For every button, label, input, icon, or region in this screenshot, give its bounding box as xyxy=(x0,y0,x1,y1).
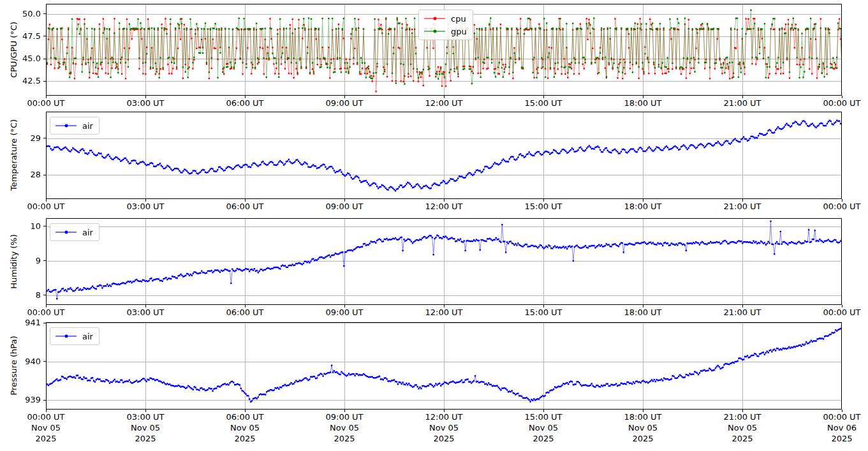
x-tick-date-label: Nov 05 xyxy=(214,424,276,433)
figure: CPU/GPU (°C) Temperature (°C) Humidity (… xyxy=(0,0,868,451)
x-tick-date-label: Nov 05 xyxy=(314,424,375,433)
x-tick-label: 00:00 UT xyxy=(811,99,868,108)
x-tick-label: 12:00 UT xyxy=(413,308,474,317)
legend-label-gpu: gpu xyxy=(451,27,467,36)
x-tick-date-label: Nov 05 xyxy=(15,424,77,433)
legend-item-air-pressure: air xyxy=(55,330,93,343)
legend-item-air-temperature: air xyxy=(55,119,93,132)
x-tick-label: 00:00 UT xyxy=(15,99,77,108)
pressure-chart-canvas xyxy=(46,322,842,410)
x-tick-label: 15:00 UT xyxy=(513,413,574,422)
cpu-line-sample-icon xyxy=(424,18,445,19)
x-tick-label: 15:00 UT xyxy=(513,99,574,108)
y-tick-mark xyxy=(43,13,46,14)
legend-label-cpu: cpu xyxy=(451,14,466,24)
air-line-sample-icon xyxy=(55,336,77,337)
x-tick-label: 18:00 UT xyxy=(612,202,673,211)
legend-label-air: air xyxy=(82,228,93,237)
x-tick-date-label: Nov 05 xyxy=(513,424,574,433)
x-tick-date-label: Nov 06 xyxy=(811,424,868,433)
legend-temperature: air xyxy=(50,117,99,135)
y-tick-mark xyxy=(43,81,46,82)
legend-item-air-humidity: air xyxy=(55,226,93,239)
legend-label-air: air xyxy=(82,332,93,341)
air-line-sample-icon xyxy=(55,232,77,233)
legend-humidity: air xyxy=(50,223,99,241)
y-tick-label: 9 xyxy=(11,256,41,265)
humidity-chart-canvas xyxy=(46,218,842,305)
x-tick-date-label: Nov 05 xyxy=(413,424,474,433)
y-tick-mark xyxy=(43,59,46,59)
x-tick-label: 21:00 UT xyxy=(712,99,773,108)
legend-cpu-gpu: cpu gpu xyxy=(418,10,473,40)
x-tick-label: 00:00 UT xyxy=(811,308,868,317)
temperature-chart-canvas xyxy=(46,112,842,199)
x-tick-label: 03:00 UT xyxy=(115,413,176,422)
x-tick-label: 15:00 UT xyxy=(513,202,574,211)
y-tick-mark xyxy=(43,400,46,401)
x-tick-year-label: 2025 xyxy=(15,434,77,443)
x-tick-label: 21:00 UT xyxy=(712,202,773,211)
x-tick-label: 00:00 UT xyxy=(811,413,868,422)
y-tick-label: 29 xyxy=(11,134,41,143)
x-tick-year-label: 2025 xyxy=(115,434,176,443)
y-tick-mark xyxy=(43,138,46,138)
humidity-plot xyxy=(46,218,842,305)
x-tick-label: 06:00 UT xyxy=(214,202,276,211)
y-tick-mark xyxy=(43,295,46,295)
y-tick-mark xyxy=(43,361,46,362)
pressure-plot xyxy=(46,322,842,410)
y-tick-label: 50.0 xyxy=(11,10,41,18)
y-tick-label: 941 xyxy=(11,318,41,327)
x-tick-label: 00:00 UT xyxy=(15,413,77,422)
x-tick-date-label: Nov 05 xyxy=(712,424,773,433)
y-tick-label: 939 xyxy=(11,396,41,404)
x-tick-year-label: 2025 xyxy=(214,434,276,443)
x-tick-label: 03:00 UT xyxy=(115,308,176,317)
x-tick-label: 03:00 UT xyxy=(115,99,176,108)
x-tick-label: 18:00 UT xyxy=(612,413,673,422)
y-tick-label: 10 xyxy=(11,222,41,231)
air-line-sample-icon xyxy=(55,125,77,126)
x-tick-date-label: Nov 05 xyxy=(115,424,176,433)
y-tick-mark xyxy=(43,36,46,36)
y-tick-label: 28 xyxy=(11,170,41,179)
legend-item-gpu: gpu xyxy=(424,25,467,38)
x-tick-label: 18:00 UT xyxy=(612,99,673,108)
x-tick-year-label: 2025 xyxy=(811,434,868,443)
y-tick-mark xyxy=(43,226,46,226)
x-tick-label: 18:00 UT xyxy=(612,308,673,317)
x-tick-label: 21:00 UT xyxy=(712,413,773,422)
y-tick-mark xyxy=(43,175,46,175)
y-tick-label: 45.0 xyxy=(11,54,41,63)
legend-pressure: air xyxy=(50,327,99,345)
y-tick-label: 42.5 xyxy=(11,77,41,85)
legend-label-air: air xyxy=(82,121,93,131)
y-tick-label: 8 xyxy=(11,291,41,300)
x-tick-label: 03:00 UT xyxy=(115,202,176,211)
x-tick-label: 06:00 UT xyxy=(214,99,276,108)
x-tick-label: 00:00 UT xyxy=(15,308,77,317)
y-axis-label-cpu-gpu: CPU/GPU (°C) xyxy=(9,22,18,78)
legend-item-cpu: cpu xyxy=(424,12,467,25)
x-tick-label: 06:00 UT xyxy=(214,413,276,422)
x-tick-year-label: 2025 xyxy=(413,434,474,443)
x-tick-label: 12:00 UT xyxy=(413,99,474,108)
x-tick-year-label: 2025 xyxy=(314,434,375,443)
x-tick-label: 15:00 UT xyxy=(513,308,574,317)
temperature-plot xyxy=(46,112,842,199)
x-tick-label: 06:00 UT xyxy=(214,308,276,317)
x-tick-label: 12:00 UT xyxy=(413,413,474,422)
gpu-line-sample-icon xyxy=(424,31,445,32)
y-tick-label: 940 xyxy=(11,357,41,366)
x-tick-label: 12:00 UT xyxy=(413,202,474,211)
x-tick-year-label: 2025 xyxy=(712,434,773,443)
x-tick-year-label: 2025 xyxy=(513,434,574,443)
x-tick-label: 09:00 UT xyxy=(314,99,375,108)
x-tick-year-label: 2025 xyxy=(612,434,673,443)
y-tick-mark xyxy=(43,323,46,323)
y-tick-mark xyxy=(43,260,46,261)
y-axis-label-temperature: Temperature (°C) xyxy=(9,119,18,191)
x-tick-date-label: Nov 05 xyxy=(612,424,673,433)
y-tick-label: 47.5 xyxy=(11,32,41,41)
